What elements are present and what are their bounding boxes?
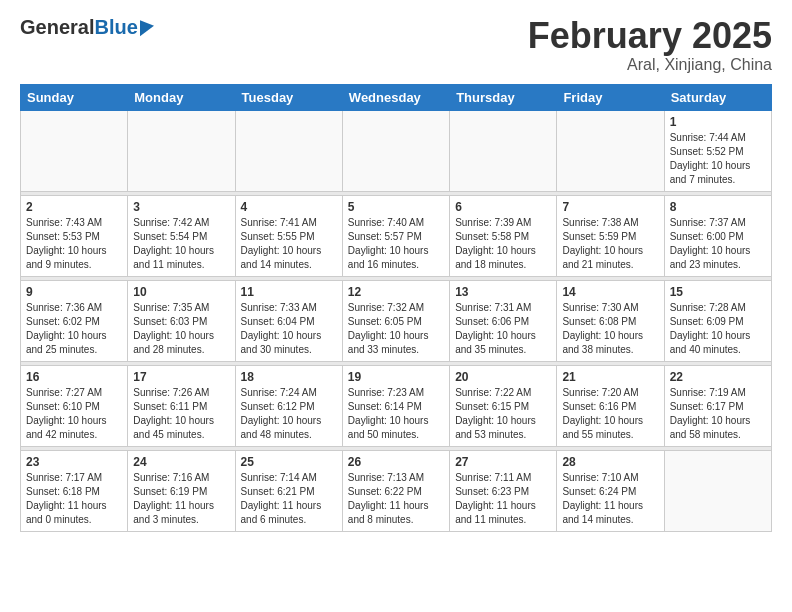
- day-info: Sunrise: 7:37 AMSunset: 6:00 PMDaylight:…: [670, 216, 766, 272]
- day-number: 9: [26, 285, 122, 299]
- day-number: 24: [133, 455, 229, 469]
- table-row: 10Sunrise: 7:35 AMSunset: 6:03 PMDayligh…: [128, 280, 235, 361]
- day-info: Sunrise: 7:39 AMSunset: 5:58 PMDaylight:…: [455, 216, 551, 272]
- day-info: Sunrise: 7:42 AMSunset: 5:54 PMDaylight:…: [133, 216, 229, 272]
- day-info: Sunrise: 7:13 AMSunset: 6:22 PMDaylight:…: [348, 471, 444, 527]
- day-number: 21: [562, 370, 658, 384]
- day-info: Sunrise: 7:35 AMSunset: 6:03 PMDaylight:…: [133, 301, 229, 357]
- table-row: 2Sunrise: 7:43 AMSunset: 5:53 PMDaylight…: [21, 195, 128, 276]
- day-info: Sunrise: 7:20 AMSunset: 6:16 PMDaylight:…: [562, 386, 658, 442]
- day-info: Sunrise: 7:36 AMSunset: 6:02 PMDaylight:…: [26, 301, 122, 357]
- day-info: Sunrise: 7:40 AMSunset: 5:57 PMDaylight:…: [348, 216, 444, 272]
- calendar-header-row: Sunday Monday Tuesday Wednesday Thursday…: [21, 84, 772, 110]
- table-row: 13Sunrise: 7:31 AMSunset: 6:06 PMDayligh…: [450, 280, 557, 361]
- day-number: 27: [455, 455, 551, 469]
- day-info: Sunrise: 7:22 AMSunset: 6:15 PMDaylight:…: [455, 386, 551, 442]
- table-row: [235, 110, 342, 191]
- day-number: 16: [26, 370, 122, 384]
- day-number: 22: [670, 370, 766, 384]
- table-row: 4Sunrise: 7:41 AMSunset: 5:55 PMDaylight…: [235, 195, 342, 276]
- header: General Blue February 2025 Aral, Xinjian…: [20, 16, 772, 74]
- table-row: 18Sunrise: 7:24 AMSunset: 6:12 PMDayligh…: [235, 365, 342, 446]
- day-info: Sunrise: 7:33 AMSunset: 6:04 PMDaylight:…: [241, 301, 337, 357]
- day-info: Sunrise: 7:24 AMSunset: 6:12 PMDaylight:…: [241, 386, 337, 442]
- day-info: Sunrise: 7:30 AMSunset: 6:08 PMDaylight:…: [562, 301, 658, 357]
- day-number: 5: [348, 200, 444, 214]
- calendar-table: Sunday Monday Tuesday Wednesday Thursday…: [20, 84, 772, 532]
- table-row: 8Sunrise: 7:37 AMSunset: 6:00 PMDaylight…: [664, 195, 771, 276]
- day-info: Sunrise: 7:16 AMSunset: 6:19 PMDaylight:…: [133, 471, 229, 527]
- day-number: 25: [241, 455, 337, 469]
- table-row: 23Sunrise: 7:17 AMSunset: 6:18 PMDayligh…: [21, 450, 128, 531]
- logo-general-text: General: [20, 16, 94, 39]
- table-row: 21Sunrise: 7:20 AMSunset: 6:16 PMDayligh…: [557, 365, 664, 446]
- table-row: 28Sunrise: 7:10 AMSunset: 6:24 PMDayligh…: [557, 450, 664, 531]
- day-number: 23: [26, 455, 122, 469]
- table-row: 24Sunrise: 7:16 AMSunset: 6:19 PMDayligh…: [128, 450, 235, 531]
- day-number: 7: [562, 200, 658, 214]
- header-tuesday: Tuesday: [235, 84, 342, 110]
- day-info: Sunrise: 7:43 AMSunset: 5:53 PMDaylight:…: [26, 216, 122, 272]
- logo-arrow-icon: [140, 17, 154, 35]
- table-row: 20Sunrise: 7:22 AMSunset: 6:15 PMDayligh…: [450, 365, 557, 446]
- page-container: General Blue February 2025 Aral, Xinjian…: [0, 0, 792, 542]
- table-row: 1Sunrise: 7:44 AMSunset: 5:52 PMDaylight…: [664, 110, 771, 191]
- location: Aral, Xinjiang, China: [528, 56, 772, 74]
- day-number: 12: [348, 285, 444, 299]
- day-number: 13: [455, 285, 551, 299]
- day-number: 19: [348, 370, 444, 384]
- day-info: Sunrise: 7:19 AMSunset: 6:17 PMDaylight:…: [670, 386, 766, 442]
- table-row: [664, 450, 771, 531]
- table-row: 6Sunrise: 7:39 AMSunset: 5:58 PMDaylight…: [450, 195, 557, 276]
- day-number: 2: [26, 200, 122, 214]
- day-number: 10: [133, 285, 229, 299]
- table-row: 22Sunrise: 7:19 AMSunset: 6:17 PMDayligh…: [664, 365, 771, 446]
- calendar-week-4: 16Sunrise: 7:27 AMSunset: 6:10 PMDayligh…: [21, 365, 772, 446]
- table-row: 15Sunrise: 7:28 AMSunset: 6:09 PMDayligh…: [664, 280, 771, 361]
- table-row: 17Sunrise: 7:26 AMSunset: 6:11 PMDayligh…: [128, 365, 235, 446]
- day-number: 20: [455, 370, 551, 384]
- header-wednesday: Wednesday: [342, 84, 449, 110]
- day-number: 1: [670, 115, 766, 129]
- header-thursday: Thursday: [450, 84, 557, 110]
- table-row: 16Sunrise: 7:27 AMSunset: 6:10 PMDayligh…: [21, 365, 128, 446]
- day-number: 18: [241, 370, 337, 384]
- day-info: Sunrise: 7:38 AMSunset: 5:59 PMDaylight:…: [562, 216, 658, 272]
- calendar-week-3: 9Sunrise: 7:36 AMSunset: 6:02 PMDaylight…: [21, 280, 772, 361]
- table-row: 27Sunrise: 7:11 AMSunset: 6:23 PMDayligh…: [450, 450, 557, 531]
- day-number: 15: [670, 285, 766, 299]
- day-info: Sunrise: 7:14 AMSunset: 6:21 PMDaylight:…: [241, 471, 337, 527]
- table-row: 25Sunrise: 7:14 AMSunset: 6:21 PMDayligh…: [235, 450, 342, 531]
- table-row: 26Sunrise: 7:13 AMSunset: 6:22 PMDayligh…: [342, 450, 449, 531]
- day-info: Sunrise: 7:44 AMSunset: 5:52 PMDaylight:…: [670, 131, 766, 187]
- day-info: Sunrise: 7:28 AMSunset: 6:09 PMDaylight:…: [670, 301, 766, 357]
- table-row: [128, 110, 235, 191]
- header-monday: Monday: [128, 84, 235, 110]
- table-row: 11Sunrise: 7:33 AMSunset: 6:04 PMDayligh…: [235, 280, 342, 361]
- header-sunday: Sunday: [21, 84, 128, 110]
- day-info: Sunrise: 7:17 AMSunset: 6:18 PMDaylight:…: [26, 471, 122, 527]
- day-info: Sunrise: 7:32 AMSunset: 6:05 PMDaylight:…: [348, 301, 444, 357]
- table-row: 3Sunrise: 7:42 AMSunset: 5:54 PMDaylight…: [128, 195, 235, 276]
- day-number: 8: [670, 200, 766, 214]
- day-info: Sunrise: 7:23 AMSunset: 6:14 PMDaylight:…: [348, 386, 444, 442]
- table-row: [21, 110, 128, 191]
- month-title: February 2025: [528, 16, 772, 56]
- header-friday: Friday: [557, 84, 664, 110]
- day-number: 3: [133, 200, 229, 214]
- day-info: Sunrise: 7:41 AMSunset: 5:55 PMDaylight:…: [241, 216, 337, 272]
- day-number: 26: [348, 455, 444, 469]
- day-number: 4: [241, 200, 337, 214]
- logo-blue-text: Blue: [94, 16, 137, 39]
- table-row: 14Sunrise: 7:30 AMSunset: 6:08 PMDayligh…: [557, 280, 664, 361]
- day-info: Sunrise: 7:11 AMSunset: 6:23 PMDaylight:…: [455, 471, 551, 527]
- table-row: [342, 110, 449, 191]
- table-row: 5Sunrise: 7:40 AMSunset: 5:57 PMDaylight…: [342, 195, 449, 276]
- calendar-week-1: 1Sunrise: 7:44 AMSunset: 5:52 PMDaylight…: [21, 110, 772, 191]
- day-number: 11: [241, 285, 337, 299]
- calendar-week-5: 23Sunrise: 7:17 AMSunset: 6:18 PMDayligh…: [21, 450, 772, 531]
- day-info: Sunrise: 7:27 AMSunset: 6:10 PMDaylight:…: [26, 386, 122, 442]
- table-row: 9Sunrise: 7:36 AMSunset: 6:02 PMDaylight…: [21, 280, 128, 361]
- table-row: 12Sunrise: 7:32 AMSunset: 6:05 PMDayligh…: [342, 280, 449, 361]
- table-row: [557, 110, 664, 191]
